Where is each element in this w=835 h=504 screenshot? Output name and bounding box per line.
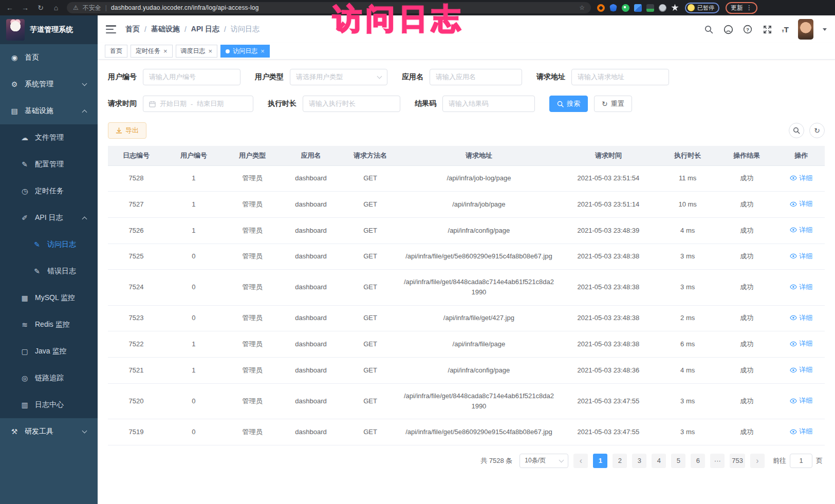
detail-link[interactable]: 详细 xyxy=(790,199,812,209)
update-label: 更新 xyxy=(731,4,743,12)
fullscreen-icon[interactable] xyxy=(762,24,772,34)
font-size-icon[interactable]: тT xyxy=(782,25,789,34)
search-button[interactable]: 搜索 xyxy=(549,96,588,112)
page-size-select[interactable]: 10条/页 xyxy=(519,454,568,468)
table-row[interactable]: 75221管理员 dashboardGET /api/infra/file/pa… xyxy=(108,331,825,358)
sidebar-item-redis[interactable]: ≋ Redis 监控 xyxy=(0,311,98,338)
close-icon[interactable]: × xyxy=(209,48,213,54)
export-button[interactable]: 导出 xyxy=(108,122,146,139)
prev-page-button[interactable]: ‹ xyxy=(573,454,588,468)
detail-link[interactable]: 详细 xyxy=(790,339,812,349)
pager-ellipsis[interactable]: ··· xyxy=(710,454,725,468)
table-row[interactable]: 75271管理员 dashboardGET /api/infra/job/pag… xyxy=(108,192,825,218)
user-type-select[interactable]: 请选择用户类型 xyxy=(290,69,387,85)
detail-link[interactable]: 详细 xyxy=(790,251,812,262)
detail-link[interactable]: 详细 xyxy=(790,313,812,323)
avatar-caret-icon[interactable] xyxy=(823,28,827,31)
table-row[interactable]: 75250管理员 dashboardGET /api/infra/file/ge… xyxy=(108,244,825,270)
detail-link[interactable]: 详细 xyxy=(790,426,812,437)
request-time-range-picker[interactable]: 开始日期 - 结束日期 xyxy=(143,96,253,112)
tag-item[interactable]: 首页 xyxy=(105,45,127,58)
search-icon xyxy=(557,101,564,107)
sidebar-item-infra[interactable]: ▤ 基础设施 xyxy=(0,98,98,124)
detail-link[interactable]: 详细 xyxy=(790,396,812,406)
address-bar[interactable]: ⚠ 不安全 | dashboard.yudao.iocoder.cn/infra… xyxy=(67,2,591,13)
close-icon[interactable]: × xyxy=(163,48,168,54)
extension-icon[interactable] xyxy=(597,4,605,12)
breadcrumb-item[interactable]: 首页 xyxy=(125,25,140,34)
github-icon[interactable] xyxy=(723,24,733,34)
extension-icon[interactable] xyxy=(622,4,629,12)
detail-link[interactable]: 详细 xyxy=(790,365,812,375)
sidebar-menu: ◉ 首页⚙ 系统管理▤ 基础设施☁ 文件管理✎ 配置管理◷ 定时任务✐ API … xyxy=(0,44,98,504)
extension-icon[interactable] xyxy=(659,4,666,12)
breadcrumb-item[interactable]: 基础设施 xyxy=(151,25,180,34)
browser-back-icon[interactable]: ← xyxy=(5,4,14,11)
sidebar-item-mysql[interactable]: ▦ MySQL 监控 xyxy=(0,285,98,311)
user-avatar[interactable] xyxy=(798,19,813,40)
browser-reload-icon[interactable]: ↻ xyxy=(36,4,45,11)
table-row[interactable]: 75281管理员 dashboardGET /api/infra/job-log… xyxy=(108,165,825,192)
shield-extension-icon[interactable] xyxy=(609,4,617,12)
page-button-4[interactable]: 4 xyxy=(652,454,666,468)
sidebar-item-timer[interactable]: ◷ 定时任务 xyxy=(0,178,98,204)
browser-update-button[interactable]: 更新 ⋮ xyxy=(726,2,757,14)
browser-home-icon[interactable]: ⌂ xyxy=(51,4,61,11)
puzzle-extension-icon[interactable] xyxy=(634,4,642,12)
pin-extension-icon[interactable] xyxy=(671,4,679,12)
sidebar-item-error-log[interactable]: ✎ 错误日志 xyxy=(0,258,98,285)
refresh-table-button[interactable]: ↻ xyxy=(809,123,825,138)
page-button-3[interactable]: 3 xyxy=(632,454,646,468)
eye-icon xyxy=(790,315,797,321)
table-row[interactable]: 75240管理员 dashboardGET /api/infra/file/ge… xyxy=(108,270,825,305)
sidebar-item-home[interactable]: ◉ 首页 xyxy=(0,44,98,71)
app-name-label: 应用名 xyxy=(402,72,423,82)
user-id-input[interactable]: 请输入用户编号 xyxy=(143,69,240,85)
next-page-button[interactable]: › xyxy=(750,454,765,468)
table-row[interactable]: 75230管理员 dashboardGET /api/infra/file/ge… xyxy=(108,305,825,331)
page-button-2[interactable]: 2 xyxy=(613,454,627,468)
sidebar-item-api-log[interactable]: ✐ API 日志 xyxy=(0,204,98,231)
sidebar-item-trace[interactable]: ◎ 链路追踪 xyxy=(0,365,98,391)
breadcrumb-item[interactable]: API 日志 xyxy=(191,25,219,34)
page-button-5[interactable]: 5 xyxy=(671,454,685,468)
tag-active[interactable]: 访问日志× xyxy=(220,45,270,58)
sidebar-item-config[interactable]: ✎ 配置管理 xyxy=(0,151,98,178)
search-icon[interactable] xyxy=(703,24,714,34)
tag-item[interactable]: 调度日志× xyxy=(176,45,218,58)
bookmark-star-icon[interactable]: ☆ xyxy=(579,4,585,11)
sidebar-item-java[interactable]: ▢ Java 监控 xyxy=(0,338,98,365)
browser-forward-icon[interactable]: → xyxy=(21,4,30,11)
detail-link[interactable]: 详细 xyxy=(790,173,812,183)
detail-link[interactable]: 详细 xyxy=(790,282,812,292)
table-row[interactable]: 75211管理员 dashboardGET /api/infra/config/… xyxy=(108,358,825,384)
detail-link[interactable]: 详细 xyxy=(790,225,812,235)
sidebar-item-access-log[interactable]: ✎ 访问日志 xyxy=(0,231,98,258)
table-row[interactable]: 75200管理员 dashboardGET /api/infra/file/ge… xyxy=(108,383,825,419)
sidebar-item-gear[interactable]: ⚙ 系统管理 xyxy=(0,71,98,98)
browser-profile-chip[interactable]: 已暂停 xyxy=(685,3,719,13)
app-name-input[interactable]: 请输入应用名 xyxy=(430,69,522,85)
hamburger-icon[interactable] xyxy=(106,25,116,33)
kebab-menu-icon[interactable]: ⋮ xyxy=(746,4,752,11)
page-button-1[interactable]: 1 xyxy=(593,454,607,468)
close-icon[interactable]: × xyxy=(261,48,265,54)
result-code-input[interactable]: 请输入结果码 xyxy=(442,96,535,112)
goto-page-input[interactable]: 1 xyxy=(790,454,812,468)
toggle-search-button[interactable] xyxy=(789,123,804,138)
reset-button[interactable]: ↻ 重置 xyxy=(594,96,632,112)
database-extension-icon[interactable] xyxy=(646,4,654,12)
page-button-6[interactable]: 6 xyxy=(691,454,705,468)
sidebar-item-tools[interactable]: ⚒ 研发工具 xyxy=(0,418,98,445)
table-row[interactable]: 75190管理员 dashboardGET /api/infra/file/ge… xyxy=(108,419,825,445)
page-button-753[interactable]: 753 xyxy=(730,454,745,468)
java-icon: ▢ xyxy=(21,347,29,356)
sidebar-logo[interactable]: 芋道管理系统 xyxy=(0,15,98,44)
duration-input[interactable]: 请输入执行时长 xyxy=(303,96,400,112)
tag-item[interactable]: 定时任务× xyxy=(131,45,173,58)
sidebar-item-file[interactable]: ☁ 文件管理 xyxy=(0,124,98,151)
sidebar-item-log-center[interactable]: ▥ 日志中心 xyxy=(0,391,98,418)
table-row[interactable]: 75261管理员 dashboardGET /api/infra/config/… xyxy=(108,217,825,244)
request-url-input[interactable]: 请输入请求地址 xyxy=(571,69,669,85)
help-question-icon[interactable]: ? xyxy=(743,24,753,34)
